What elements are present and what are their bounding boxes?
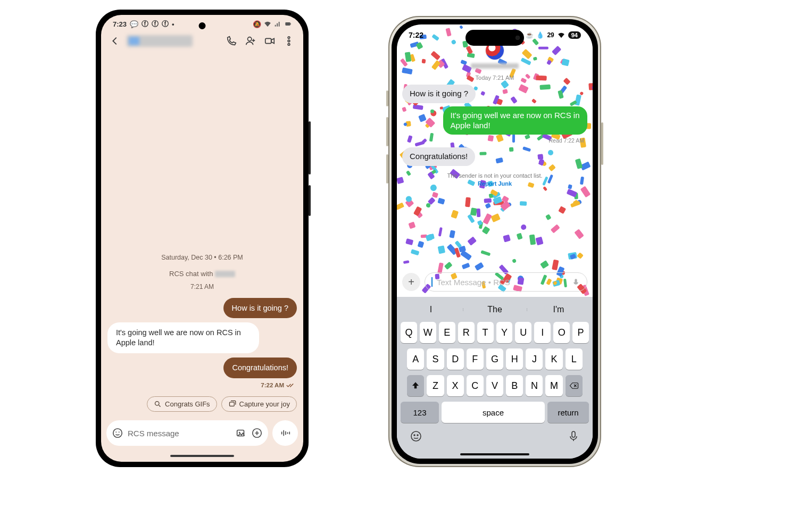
svg-rect-19 bbox=[572, 431, 575, 437]
key-g[interactable]: G bbox=[486, 348, 503, 370]
gesture-bar[interactable] bbox=[101, 450, 303, 462]
shift-key[interactable] bbox=[407, 375, 424, 396]
key-z[interactable]: Z bbox=[427, 375, 444, 396]
key-o[interactable]: O bbox=[553, 322, 570, 343]
front-camera bbox=[199, 22, 206, 29]
voice-message-button[interactable] bbox=[272, 420, 298, 446]
space-key[interactable]: space bbox=[442, 402, 545, 423]
key-l[interactable]: L bbox=[566, 348, 583, 370]
key-m[interactable]: M bbox=[545, 375, 562, 396]
iphone-frame: 7:22 ☕ 💧 29 94 Today 7:21 AM How is bbox=[388, 16, 601, 467]
wifi-icon bbox=[264, 20, 271, 28]
dynamic-island[interactable] bbox=[466, 30, 524, 46]
key-j[interactable]: J bbox=[526, 348, 543, 370]
emoji-key[interactable] bbox=[410, 430, 422, 443]
message-out[interactable]: How is it going ? bbox=[223, 298, 297, 319]
svg-rect-8 bbox=[229, 402, 234, 406]
message-in[interactable]: Congratulations! bbox=[402, 147, 475, 166]
ios-keyboard[interactable]: I The I'm QWERTYUIOP ASDFGHJKL ZXCVBNM bbox=[397, 297, 593, 459]
key-e[interactable]: E bbox=[439, 322, 455, 343]
chip-capture-joy[interactable]: Capture your joy bbox=[221, 396, 297, 412]
svg-rect-3 bbox=[265, 38, 271, 43]
home-indicator[interactable] bbox=[460, 453, 529, 455]
key-f[interactable]: F bbox=[467, 348, 484, 370]
return-key[interactable]: return bbox=[547, 402, 589, 423]
read-check-icon bbox=[286, 381, 294, 389]
date-separator: Today 7:21 AM bbox=[402, 72, 587, 83]
back-button[interactable] bbox=[109, 35, 121, 47]
message-in[interactable]: It's going well we are now on RCS in App… bbox=[107, 322, 259, 353]
backspace-key[interactable] bbox=[566, 375, 583, 396]
message-out[interactable]: Congratulations! bbox=[223, 358, 297, 378]
key-u[interactable]: U bbox=[515, 322, 531, 343]
more-button[interactable] bbox=[282, 34, 296, 48]
key-d[interactable]: D bbox=[447, 348, 464, 370]
key-h[interactable]: H bbox=[506, 348, 523, 370]
suggestion[interactable]: I'm bbox=[527, 305, 591, 314]
battery-percent: 94 bbox=[568, 31, 581, 39]
numbers-key[interactable]: 123 bbox=[401, 402, 439, 423]
date-separator: Saturday, Dec 30 • 6:26 PM bbox=[101, 248, 303, 267]
suggestion[interactable]: The bbox=[463, 305, 527, 314]
suggestion[interactable]: I bbox=[399, 305, 463, 314]
key-y[interactable]: Y bbox=[496, 322, 513, 343]
key-x[interactable]: X bbox=[447, 375, 464, 396]
mute-icon: 🔕 bbox=[253, 20, 261, 28]
volume-up bbox=[386, 117, 388, 146]
dictation-key[interactable] bbox=[567, 430, 580, 443]
android-screen: 7:23 💬 ⓕ ⓕ ⓕ • 🔕 bbox=[101, 15, 303, 462]
video-call-button[interactable] bbox=[263, 34, 277, 48]
svg-point-2 bbox=[248, 37, 252, 41]
key-a[interactable]: A bbox=[407, 348, 424, 370]
input-placeholder: RCS message bbox=[128, 429, 231, 438]
facebook-icon: ⓕ bbox=[152, 19, 159, 29]
call-button[interactable] bbox=[225, 34, 238, 48]
signal-icon bbox=[274, 20, 281, 28]
message-in[interactable]: How is it going ? bbox=[402, 85, 476, 103]
read-receipt: Read 7:22 AM bbox=[402, 136, 587, 146]
iphone-screen: 7:22 ☕ 💧 29 94 Today 7:21 AM How is bbox=[397, 24, 593, 459]
key-b[interactable]: B bbox=[506, 375, 523, 396]
message-out[interactable]: It's going well we are now on RCS in App… bbox=[443, 106, 587, 135]
key-p[interactable]: P bbox=[572, 322, 589, 343]
key-c[interactable]: C bbox=[467, 375, 484, 396]
read-receipt: 7:22 AM bbox=[101, 380, 303, 393]
svg-point-16 bbox=[411, 431, 421, 441]
report-junk-link[interactable]: Report Junk bbox=[413, 180, 577, 188]
text-cursor bbox=[431, 277, 433, 287]
key-q[interactable]: Q bbox=[401, 322, 417, 343]
conversation-header bbox=[101, 30, 303, 52]
key-v[interactable]: V bbox=[486, 375, 503, 396]
dictation-icon[interactable] bbox=[571, 278, 580, 287]
composer-bar: + Text Message • RCS bbox=[397, 267, 593, 297]
key-r[interactable]: R bbox=[458, 322, 475, 343]
plus-icon[interactable] bbox=[251, 427, 263, 439]
conversation-body[interactable]: Saturday, Dec 30 • 6:26 PM RCS chat with… bbox=[101, 52, 303, 417]
svg-point-17 bbox=[414, 435, 415, 436]
message-input[interactable]: Text Message • RCS bbox=[425, 272, 587, 292]
add-person-button[interactable] bbox=[244, 34, 257, 48]
gallery-icon[interactable] bbox=[235, 427, 247, 439]
key-t[interactable]: T bbox=[477, 322, 494, 343]
message-input[interactable]: RCS message bbox=[106, 420, 268, 446]
attach-button[interactable]: + bbox=[402, 273, 420, 291]
contact-name-redacted[interactable] bbox=[127, 35, 193, 47]
key-i[interactable]: I bbox=[534, 322, 551, 343]
volume-rocker bbox=[309, 121, 311, 174]
facebook-icon: ⓕ bbox=[142, 19, 148, 29]
weather-icon: 💧 bbox=[536, 31, 544, 39]
chip-congrats-gifs[interactable]: Congrats GIFs bbox=[147, 396, 217, 412]
key-k[interactable]: K bbox=[545, 348, 562, 370]
conversation-body[interactable]: Today 7:21 AM How is it going ? It's goi… bbox=[397, 72, 593, 267]
side-button bbox=[601, 122, 603, 165]
emoji-icon[interactable] bbox=[112, 427, 123, 439]
suggestion-bar: I The I'm bbox=[399, 300, 591, 319]
key-s[interactable]: S bbox=[427, 348, 444, 370]
input-placeholder: Text Message • RCS bbox=[437, 278, 510, 287]
svg-point-6 bbox=[288, 44, 290, 46]
status-time: 7:22 bbox=[409, 31, 423, 39]
key-w[interactable]: W bbox=[420, 322, 436, 343]
key-n[interactable]: N bbox=[526, 375, 543, 396]
contact-number-redacted bbox=[471, 62, 519, 69]
coffee-icon: ☕ bbox=[526, 31, 534, 39]
